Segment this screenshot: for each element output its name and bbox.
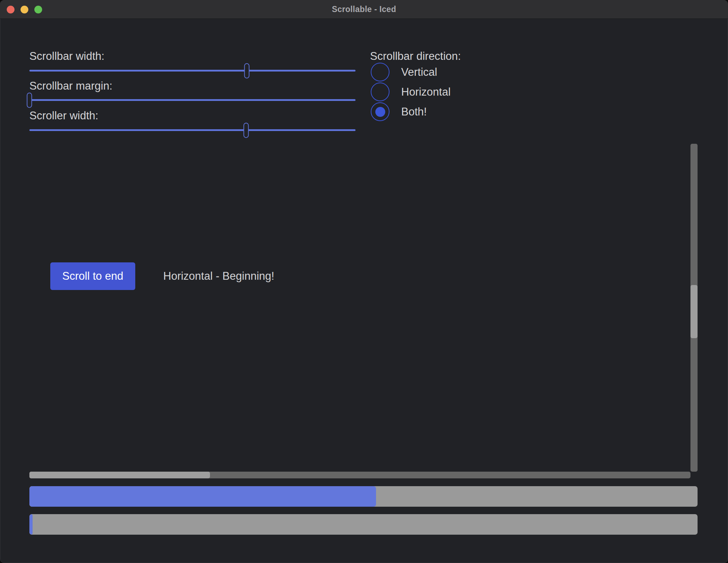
scrollbar-margin-label: Scrollbar margin: [29, 79, 112, 93]
slider-handle[interactable] [27, 92, 32, 108]
radio-circle-icon[interactable] [371, 63, 389, 81]
radio-circle-icon[interactable] [371, 102, 389, 121]
progress-fill [29, 486, 376, 507]
radio-vertical[interactable]: Vertical [371, 63, 437, 81]
radio-label: Horizontal [401, 86, 451, 98]
scroll-to-end-button[interactable]: Scroll to end [50, 262, 135, 290]
radio-label: Both! [401, 106, 427, 118]
scroller-width-label: Scroller width: [29, 109, 98, 123]
radio-horizontal[interactable]: Horizontal [371, 83, 451, 101]
radio-both[interactable]: Both! [371, 102, 427, 121]
scrollbar-direction-label: Scrollbar direction: [370, 50, 461, 63]
vertical-scrollbar-thumb[interactable] [690, 285, 698, 338]
horizontal-scrollbar-rail[interactable] [29, 472, 690, 478]
progress-fill [29, 514, 33, 535]
radio-dot-icon [375, 107, 385, 117]
window-title: Scrollable - Iced [0, 0, 728, 19]
vertical-scrollbar-rail[interactable] [690, 144, 698, 472]
scrollbar-width-slider[interactable] [29, 63, 356, 78]
slider-track [29, 70, 356, 72]
radio-circle-icon[interactable] [371, 83, 389, 101]
scrollbar-margin-slider[interactable] [29, 92, 356, 108]
progress-bar-bottom [29, 514, 698, 535]
slider-track [29, 99, 356, 101]
slider-handle[interactable] [244, 63, 250, 78]
radio-label: Vertical [401, 66, 437, 79]
progress-bar-top [29, 486, 698, 507]
scroll-status-text: Horizontal - Beginning! [163, 262, 274, 290]
scrollbar-width-label: Scrollbar width: [29, 50, 104, 63]
titlebar: Scrollable - Iced [0, 0, 728, 19]
app-window: Scrollable - Iced Scrollbar width: Scrol… [0, 0, 728, 563]
horizontal-scrollbar-thumb[interactable] [29, 472, 210, 478]
slider-track [29, 129, 356, 131]
scroller-width-slider[interactable] [29, 123, 356, 138]
slider-handle[interactable] [243, 123, 249, 138]
